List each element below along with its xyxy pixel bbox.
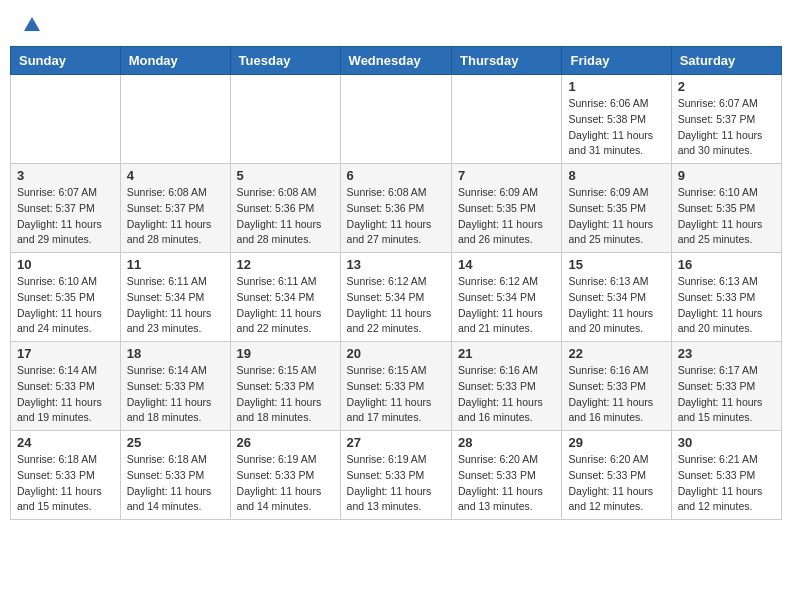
day-info: Sunrise: 6:08 AM Sunset: 5:36 PM Dayligh…: [347, 185, 445, 248]
calendar-cell: 30Sunrise: 6:21 AM Sunset: 5:33 PM Dayli…: [671, 431, 781, 520]
calendar-cell: 8Sunrise: 6:09 AM Sunset: 5:35 PM Daylig…: [562, 164, 671, 253]
calendar-header-row: SundayMondayTuesdayWednesdayThursdayFrid…: [11, 47, 782, 75]
calendar-cell: 24Sunrise: 6:18 AM Sunset: 5:33 PM Dayli…: [11, 431, 121, 520]
calendar-table: SundayMondayTuesdayWednesdayThursdayFrid…: [10, 46, 782, 520]
calendar-cell: 1Sunrise: 6:06 AM Sunset: 5:38 PM Daylig…: [562, 75, 671, 164]
day-number: 24: [17, 435, 114, 450]
day-number: 23: [678, 346, 775, 361]
day-info: Sunrise: 6:09 AM Sunset: 5:35 PM Dayligh…: [458, 185, 555, 248]
day-number: 12: [237, 257, 334, 272]
day-number: 5: [237, 168, 334, 183]
calendar-cell: 6Sunrise: 6:08 AM Sunset: 5:36 PM Daylig…: [340, 164, 451, 253]
calendar-cell: [11, 75, 121, 164]
day-info: Sunrise: 6:17 AM Sunset: 5:33 PM Dayligh…: [678, 363, 775, 426]
day-info: Sunrise: 6:14 AM Sunset: 5:33 PM Dayligh…: [17, 363, 114, 426]
calendar-cell: 7Sunrise: 6:09 AM Sunset: 5:35 PM Daylig…: [452, 164, 562, 253]
calendar-cell: 19Sunrise: 6:15 AM Sunset: 5:33 PM Dayli…: [230, 342, 340, 431]
calendar-cell: 15Sunrise: 6:13 AM Sunset: 5:34 PM Dayli…: [562, 253, 671, 342]
day-number: 17: [17, 346, 114, 361]
calendar-header-sunday: Sunday: [11, 47, 121, 75]
day-number: 3: [17, 168, 114, 183]
day-number: 28: [458, 435, 555, 450]
day-info: Sunrise: 6:13 AM Sunset: 5:33 PM Dayligh…: [678, 274, 775, 337]
day-info: Sunrise: 6:10 AM Sunset: 5:35 PM Dayligh…: [17, 274, 114, 337]
day-info: Sunrise: 6:08 AM Sunset: 5:36 PM Dayligh…: [237, 185, 334, 248]
day-info: Sunrise: 6:06 AM Sunset: 5:38 PM Dayligh…: [568, 96, 664, 159]
day-number: 25: [127, 435, 224, 450]
day-number: 20: [347, 346, 445, 361]
day-info: Sunrise: 6:11 AM Sunset: 5:34 PM Dayligh…: [237, 274, 334, 337]
day-number: 10: [17, 257, 114, 272]
calendar-cell: 3Sunrise: 6:07 AM Sunset: 5:37 PM Daylig…: [11, 164, 121, 253]
calendar-cell: [340, 75, 451, 164]
day-info: Sunrise: 6:16 AM Sunset: 5:33 PM Dayligh…: [568, 363, 664, 426]
day-number: 1: [568, 79, 664, 94]
logo: [20, 15, 42, 31]
calendar-header-friday: Friday: [562, 47, 671, 75]
calendar-cell: 18Sunrise: 6:14 AM Sunset: 5:33 PM Dayli…: [120, 342, 230, 431]
calendar-cell: 9Sunrise: 6:10 AM Sunset: 5:35 PM Daylig…: [671, 164, 781, 253]
day-number: 27: [347, 435, 445, 450]
day-number: 13: [347, 257, 445, 272]
day-number: 8: [568, 168, 664, 183]
page-header: [10, 10, 782, 36]
calendar-week-row: 1Sunrise: 6:06 AM Sunset: 5:38 PM Daylig…: [11, 75, 782, 164]
day-info: Sunrise: 6:20 AM Sunset: 5:33 PM Dayligh…: [568, 452, 664, 515]
calendar-cell: 22Sunrise: 6:16 AM Sunset: 5:33 PM Dayli…: [562, 342, 671, 431]
calendar-cell: 4Sunrise: 6:08 AM Sunset: 5:37 PM Daylig…: [120, 164, 230, 253]
calendar-cell: 14Sunrise: 6:12 AM Sunset: 5:34 PM Dayli…: [452, 253, 562, 342]
day-number: 15: [568, 257, 664, 272]
day-info: Sunrise: 6:10 AM Sunset: 5:35 PM Dayligh…: [678, 185, 775, 248]
calendar-cell: [452, 75, 562, 164]
calendar-cell: 27Sunrise: 6:19 AM Sunset: 5:33 PM Dayli…: [340, 431, 451, 520]
calendar-cell: 5Sunrise: 6:08 AM Sunset: 5:36 PM Daylig…: [230, 164, 340, 253]
day-number: 21: [458, 346, 555, 361]
calendar-cell: 10Sunrise: 6:10 AM Sunset: 5:35 PM Dayli…: [11, 253, 121, 342]
calendar-cell: 20Sunrise: 6:15 AM Sunset: 5:33 PM Dayli…: [340, 342, 451, 431]
calendar-cell: 26Sunrise: 6:19 AM Sunset: 5:33 PM Dayli…: [230, 431, 340, 520]
day-number: 9: [678, 168, 775, 183]
day-info: Sunrise: 6:19 AM Sunset: 5:33 PM Dayligh…: [237, 452, 334, 515]
day-info: Sunrise: 6:19 AM Sunset: 5:33 PM Dayligh…: [347, 452, 445, 515]
calendar-cell: 12Sunrise: 6:11 AM Sunset: 5:34 PM Dayli…: [230, 253, 340, 342]
calendar-cell: [230, 75, 340, 164]
day-info: Sunrise: 6:12 AM Sunset: 5:34 PM Dayligh…: [458, 274, 555, 337]
day-number: 29: [568, 435, 664, 450]
day-info: Sunrise: 6:09 AM Sunset: 5:35 PM Dayligh…: [568, 185, 664, 248]
calendar-cell: 16Sunrise: 6:13 AM Sunset: 5:33 PM Dayli…: [671, 253, 781, 342]
calendar-cell: 21Sunrise: 6:16 AM Sunset: 5:33 PM Dayli…: [452, 342, 562, 431]
calendar-header-monday: Monday: [120, 47, 230, 75]
calendar-header-wednesday: Wednesday: [340, 47, 451, 75]
day-number: 4: [127, 168, 224, 183]
day-info: Sunrise: 6:08 AM Sunset: 5:37 PM Dayligh…: [127, 185, 224, 248]
svg-marker-0: [24, 17, 40, 31]
calendar-week-row: 10Sunrise: 6:10 AM Sunset: 5:35 PM Dayli…: [11, 253, 782, 342]
calendar-header-saturday: Saturday: [671, 47, 781, 75]
calendar-cell: 29Sunrise: 6:20 AM Sunset: 5:33 PM Dayli…: [562, 431, 671, 520]
day-number: 22: [568, 346, 664, 361]
day-number: 7: [458, 168, 555, 183]
calendar-cell: 28Sunrise: 6:20 AM Sunset: 5:33 PM Dayli…: [452, 431, 562, 520]
calendar-week-row: 17Sunrise: 6:14 AM Sunset: 5:33 PM Dayli…: [11, 342, 782, 431]
logo-icon: [22, 15, 42, 35]
calendar-header-thursday: Thursday: [452, 47, 562, 75]
calendar-cell: 25Sunrise: 6:18 AM Sunset: 5:33 PM Dayli…: [120, 431, 230, 520]
day-number: 16: [678, 257, 775, 272]
day-info: Sunrise: 6:07 AM Sunset: 5:37 PM Dayligh…: [17, 185, 114, 248]
day-number: 6: [347, 168, 445, 183]
calendar-cell: 2Sunrise: 6:07 AM Sunset: 5:37 PM Daylig…: [671, 75, 781, 164]
calendar-cell: 23Sunrise: 6:17 AM Sunset: 5:33 PM Dayli…: [671, 342, 781, 431]
calendar-cell: 13Sunrise: 6:12 AM Sunset: 5:34 PM Dayli…: [340, 253, 451, 342]
calendar-week-row: 24Sunrise: 6:18 AM Sunset: 5:33 PM Dayli…: [11, 431, 782, 520]
day-info: Sunrise: 6:18 AM Sunset: 5:33 PM Dayligh…: [127, 452, 224, 515]
day-info: Sunrise: 6:14 AM Sunset: 5:33 PM Dayligh…: [127, 363, 224, 426]
day-info: Sunrise: 6:13 AM Sunset: 5:34 PM Dayligh…: [568, 274, 664, 337]
day-number: 14: [458, 257, 555, 272]
day-number: 26: [237, 435, 334, 450]
day-number: 19: [237, 346, 334, 361]
calendar-week-row: 3Sunrise: 6:07 AM Sunset: 5:37 PM Daylig…: [11, 164, 782, 253]
day-info: Sunrise: 6:07 AM Sunset: 5:37 PM Dayligh…: [678, 96, 775, 159]
day-info: Sunrise: 6:15 AM Sunset: 5:33 PM Dayligh…: [347, 363, 445, 426]
calendar-cell: 17Sunrise: 6:14 AM Sunset: 5:33 PM Dayli…: [11, 342, 121, 431]
day-info: Sunrise: 6:18 AM Sunset: 5:33 PM Dayligh…: [17, 452, 114, 515]
